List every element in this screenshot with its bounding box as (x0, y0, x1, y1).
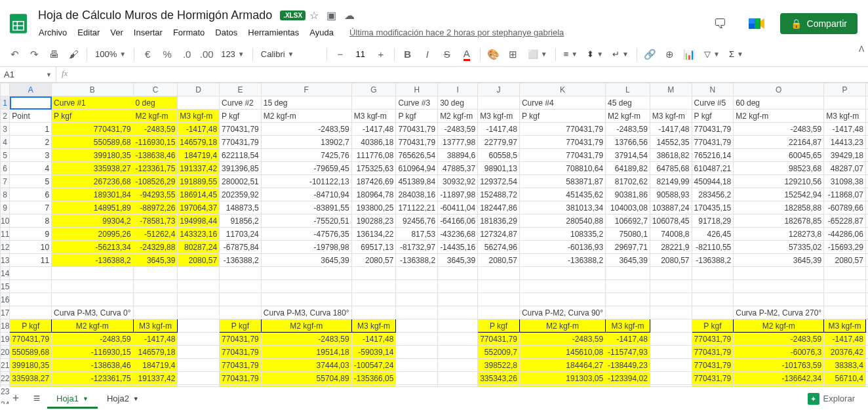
undo-icon[interactable]: ↶ (5, 45, 24, 64)
functions-select[interactable]: Σ▼ (725, 49, 747, 59)
cell-Q9[interactable]: 147868,66 (865, 201, 868, 215)
menu-formato[interactable]: Formato (168, 25, 209, 40)
cell-Q15[interactable] (865, 280, 868, 293)
col-header-H[interactable]: H (396, 83, 438, 96)
cell-I13[interactable]: 3645,39 (438, 254, 478, 267)
cell-B11[interactable]: 20995,26 (52, 228, 134, 241)
cell-B8[interactable]: 189301,84 (52, 188, 134, 201)
row-header-8[interactable]: 8 (1, 188, 10, 201)
cell-G16[interactable] (351, 293, 396, 306)
fill-color-icon[interactable]: 🎨 (484, 45, 503, 64)
cell-P2[interactable]: M3 kgf-m (824, 110, 866, 123)
cell-A4[interactable]: 2 (10, 136, 52, 149)
cell-B15[interactable] (52, 280, 134, 293)
cell-A21[interactable]: 399180,35 (10, 359, 52, 372)
cell-E22[interactable]: 770431,79 (220, 372, 262, 385)
cell-C21[interactable]: 184719,4 (133, 359, 178, 372)
cell-I19[interactable] (438, 333, 478, 346)
cell-I16[interactable] (438, 293, 478, 306)
cell-G5[interactable]: 111776,08 (351, 149, 396, 162)
cell-C1[interactable]: 0 deg (133, 96, 178, 110)
cell-L4[interactable]: 13766,56 (606, 136, 650, 149)
cell-O7[interactable]: 129210,56 (734, 175, 824, 188)
cell-H17[interactable] (396, 306, 438, 319)
cell-B18[interactable]: M2 kgf-m (52, 319, 134, 333)
cell-E13[interactable]: -136388,2 (220, 254, 262, 267)
cell-N22[interactable]: 770431,79 (692, 372, 734, 385)
cell-D17[interactable] (178, 306, 220, 319)
cell-J20[interactable]: 552009,7 (478, 346, 520, 359)
cell-O5[interactable]: 60045,65 (734, 149, 824, 162)
cell-O1[interactable]: 60 deg (734, 96, 824, 110)
cell-K7[interactable]: 583871,87 (519, 175, 605, 188)
cell-P8[interactable]: -11868,07 (824, 188, 866, 201)
cell-D4[interactable]: 146579,18 (178, 136, 220, 149)
menu-datos[interactable]: Datos (210, 25, 242, 40)
cell-J12[interactable]: 56274,96 (478, 241, 520, 254)
cell-F16[interactable] (261, 293, 351, 306)
row-header-22[interactable]: 22 (1, 372, 10, 385)
cell-D22[interactable] (178, 372, 220, 385)
row-header-20[interactable]: 20 (1, 346, 10, 359)
cell-G21[interactable]: -100547,24 (351, 359, 396, 372)
cell-P13[interactable]: 2080,57 (824, 254, 866, 267)
cell-Q4[interactable]: 770431,79 (865, 136, 868, 149)
cell-M20[interactable] (650, 346, 692, 359)
cell-K4[interactable]: 770431,79 (519, 136, 605, 149)
cell-G6[interactable]: 175325,63 (351, 162, 396, 175)
cell-B10[interactable]: 99304,2 (52, 215, 134, 228)
num-format-select[interactable]: 123▼ (217, 49, 248, 59)
row-header-15[interactable]: 15 (1, 280, 10, 293)
col-header-K[interactable]: K (519, 83, 605, 96)
cell-F12[interactable]: -19798,98 (261, 241, 351, 254)
strike-icon[interactable]: S (438, 45, 456, 64)
cell-K13[interactable]: -136388,2 (519, 254, 605, 267)
cell-M17[interactable] (650, 306, 692, 319)
cell-C18[interactable]: M3 kgf-m (133, 319, 178, 333)
cell-C6[interactable]: -123361,75 (133, 162, 178, 175)
cell-E3[interactable]: 770431,79 (220, 123, 262, 136)
cell-H2[interactable]: P kgf (396, 110, 438, 123)
cell-I7[interactable]: 30932,92 (438, 175, 478, 188)
cell-D14[interactable] (178, 267, 220, 280)
cell-E20[interactable]: 770431,79 (220, 346, 262, 359)
cell-G2[interactable]: M3 kgf-m (351, 110, 396, 123)
cell-J22[interactable]: 335343,26 (478, 372, 520, 385)
cell-K22[interactable]: 191303,05 (519, 372, 605, 385)
percent-icon[interactable]: % (158, 45, 176, 64)
cell-P7[interactable]: 31098,38 (824, 175, 866, 188)
cell-F1[interactable]: 15 deg (261, 96, 351, 110)
cell-N15[interactable] (692, 280, 734, 293)
cell-F2[interactable]: M2 kgf-m (261, 110, 351, 123)
cell-K16[interactable] (519, 293, 605, 306)
cell-B19[interactable]: -2483,59 (52, 333, 134, 346)
cell-F13[interactable]: 3645,39 (261, 254, 351, 267)
cell-A13[interactable]: 11 (10, 254, 52, 267)
cell-D1[interactable] (178, 96, 220, 110)
cell-M22[interactable] (650, 372, 692, 385)
cell-O9[interactable]: 182858,88 (734, 201, 824, 215)
cell-B6[interactable]: 335938,27 (52, 162, 134, 175)
row-header-24[interactable]: 24 (1, 398, 10, 405)
cell-F3[interactable]: -2483,59 (261, 123, 351, 136)
cell-G9[interactable]: 193800,25 (351, 201, 396, 215)
currency-icon[interactable]: € (138, 45, 157, 64)
cell-B3[interactable]: 770431,79 (52, 123, 134, 136)
cell-O15[interactable] (734, 280, 824, 293)
col-header-I[interactable]: I (438, 83, 478, 96)
cell-I17[interactable] (438, 306, 478, 319)
cell-L16[interactable] (606, 293, 650, 306)
cell-Q19[interactable] (865, 333, 868, 346)
cell-J2[interactable]: M3 kgf-m (478, 110, 520, 123)
cell-J11[interactable]: 127324,87 (478, 228, 520, 241)
cell-M5[interactable]: 38618,82 (650, 149, 692, 162)
cell-A2[interactable]: Point (10, 110, 52, 123)
cell-P11[interactable]: -44286,06 (824, 228, 866, 241)
cell-J13[interactable]: 2080,57 (478, 254, 520, 267)
formula-bar[interactable] (73, 67, 868, 82)
cell-O14[interactable] (734, 267, 824, 280)
cell-O16[interactable] (734, 293, 824, 306)
star-icon[interactable]: ☆ (309, 9, 319, 22)
cell-O11[interactable]: 128273,8 (734, 228, 824, 241)
cell-H20[interactable] (396, 346, 438, 359)
